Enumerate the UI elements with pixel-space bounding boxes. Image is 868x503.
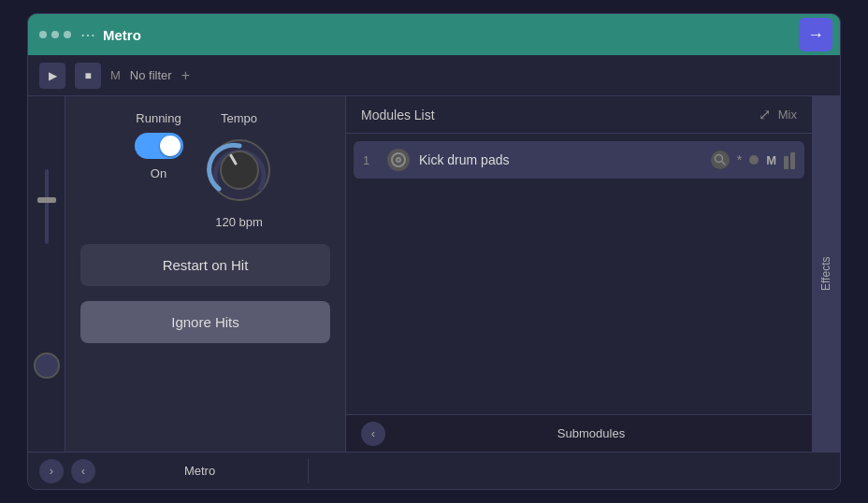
modules-header: Modules List ⤢ Mix	[346, 96, 812, 134]
running-toggle[interactable]	[135, 133, 183, 159]
running-label: Running	[136, 111, 181, 125]
vertical-knob[interactable]	[34, 352, 60, 379]
title-bar: ⋯ Metro →	[28, 14, 840, 55]
right-panel: Modules List ⤢ Mix 1 Kick drum pads	[346, 96, 812, 452]
ignore-hits-button[interactable]: Ignore Hits	[80, 301, 330, 343]
stop-icon: ■	[84, 69, 91, 82]
left-rail	[28, 96, 65, 452]
controls-row: Running On Tempo	[80, 111, 330, 229]
bar-1	[784, 156, 788, 169]
svg-line-7	[721, 162, 725, 165]
submodules-back-button[interactable]: ‹	[361, 422, 385, 446]
chevron-left-icon-2: ‹	[81, 464, 85, 478]
module-icon	[387, 149, 410, 171]
svg-point-1	[221, 151, 258, 189]
module-number: 1	[363, 153, 378, 167]
tempo-knob-container	[202, 133, 277, 208]
main-content: Running On Tempo	[28, 96, 840, 452]
module-controls: * M	[711, 151, 795, 169]
tempo-control: Tempo	[202, 111, 277, 229]
app-window: ⋯ Metro → ▶ ■ M No filter +	[27, 13, 841, 490]
module-search-icon[interactable]	[711, 151, 730, 169]
mix-label: Mix	[778, 108, 797, 122]
dot-1	[39, 31, 47, 38]
stop-button[interactable]: ■	[75, 63, 101, 89]
toggle-knob	[160, 136, 181, 156]
submodules-title: Submodules	[385, 426, 797, 440]
modules-title: Modules List	[361, 108, 751, 122]
table-row[interactable]: 1 Kick drum pads	[354, 141, 804, 179]
window-title: Metro	[103, 27, 829, 43]
tempo-label: Tempo	[221, 111, 257, 125]
module-m-button[interactable]: M	[766, 153, 776, 167]
module-volume-bars	[784, 151, 795, 169]
module-name: Kick drum pads	[419, 152, 702, 167]
window-dots	[39, 31, 71, 38]
module-star[interactable]: *	[737, 152, 742, 167]
restart-on-hit-button[interactable]: Restart on Hit	[80, 244, 330, 286]
bottom-bar-right: ‹ Submodules	[346, 414, 812, 452]
chevron-right-icon: ›	[50, 464, 53, 478]
effects-label: Effects	[819, 257, 832, 291]
grid-icon: ⋯	[80, 26, 95, 44]
module-dot[interactable]	[749, 155, 759, 165]
left-panel: Running On Tempo	[65, 96, 346, 452]
nav-forward-button[interactable]: ›	[39, 459, 64, 483]
add-button[interactable]: +	[181, 67, 190, 84]
bottom-left: › ‹ Metro	[28, 459, 309, 483]
chevron-left-icon: ‹	[371, 426, 375, 440]
running-control: Running On	[135, 111, 183, 180]
bpm-value: 120 bpm	[215, 215, 263, 229]
bottom-title: Metro	[103, 464, 297, 478]
bottom-bar: › ‹ Metro	[28, 452, 840, 489]
expand-icon[interactable]: ⤢	[759, 106, 771, 123]
bar-2	[790, 152, 795, 169]
arrow-icon: →	[807, 25, 824, 45]
toolbar: ▶ ■ M No filter +	[28, 55, 840, 96]
dot-2	[51, 31, 59, 38]
modules-list: 1 Kick drum pads	[346, 134, 812, 414]
arrow-button[interactable]: →	[799, 18, 832, 51]
effects-tab[interactable]: Effects	[812, 96, 840, 452]
filter-label[interactable]: No filter	[130, 68, 172, 82]
play-button[interactable]: ▶	[39, 63, 65, 89]
toggle-value: On	[151, 166, 166, 180]
play-icon: ▶	[49, 69, 57, 82]
dot-3	[64, 31, 71, 38]
slider-thumb[interactable]	[37, 197, 56, 203]
nav-back-button[interactable]: ‹	[71, 459, 95, 483]
m-label: M	[110, 68, 121, 82]
vertical-slider[interactable]	[45, 169, 49, 244]
tempo-knob[interactable]	[206, 137, 273, 204]
svg-point-5	[398, 159, 399, 161]
